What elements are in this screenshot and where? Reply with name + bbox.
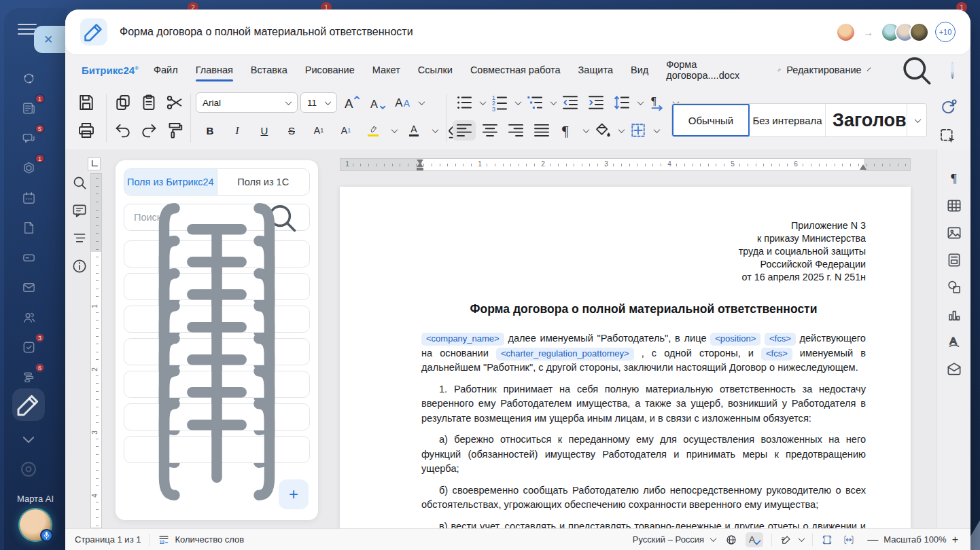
handwriting-button[interactable]: [780, 534, 804, 546]
strikethrough-button[interactable]: S: [281, 120, 302, 141]
user-avatar[interactable]: [951, 62, 954, 79]
menu-item-collaboration[interactable]: Совместная работа: [470, 65, 561, 75]
superscript-button[interactable]: A1: [309, 120, 329, 141]
merge-field-tag[interactable]: <position>: [710, 333, 760, 346]
paste-button[interactable]: [137, 92, 160, 113]
sidebar-item-network[interactable]: [17, 67, 40, 90]
format-painter-button[interactable]: [163, 120, 186, 141]
avatar[interactable]: [909, 22, 929, 42]
edit-mode-selector[interactable]: Редактирование: [777, 65, 869, 75]
shapes-icon[interactable]: [945, 278, 963, 296]
justify-button[interactable]: [530, 120, 553, 141]
mail-merge-icon[interactable]: [945, 360, 963, 378]
decrease-indent-button[interactable]: [559, 92, 582, 113]
chart-icon[interactable]: [945, 306, 963, 323]
search-document-icon[interactable]: [71, 174, 88, 191]
copy-button[interactable]: [111, 92, 135, 113]
header-footer-icon[interactable]: [945, 251, 963, 269]
hanging-indent-marker[interactable]: [417, 162, 423, 167]
marta-ai-avatar[interactable]: [20, 509, 51, 540]
highlight-color-button[interactable]: [363, 120, 383, 141]
undo-button[interactable]: [111, 120, 135, 141]
sidebar-item-tasks[interactable]: 3: [17, 335, 40, 359]
align-right-button[interactable]: [504, 120, 527, 141]
spell-check-button[interactable]: A: [746, 532, 763, 547]
image-icon[interactable]: [945, 224, 963, 242]
style-no-spacing[interactable]: Без интервала: [750, 104, 826, 136]
info-icon[interactable]: [71, 257, 88, 275]
collaborators-more-badge[interactable]: +10: [935, 22, 956, 42]
left-indent-marker[interactable]: [417, 168, 423, 170]
sidebar-item-settings[interactable]: [17, 458, 40, 481]
sidebar-item-crm[interactable]: 1: [17, 156, 40, 179]
menu-item-view[interactable]: Вид: [631, 65, 648, 75]
line-spacing-button[interactable]: [610, 92, 633, 113]
merge-field-tag[interactable]: <fcs>: [761, 348, 792, 361]
sidebar-item-messenger[interactable]: 5: [17, 126, 40, 149]
redo-button[interactable]: [137, 120, 160, 141]
merge-field-tag[interactable]: <fcs>: [765, 333, 796, 346]
sidebar-item-drive[interactable]: [17, 246, 40, 269]
increase-font-button[interactable]: A: [340, 92, 363, 113]
align-center-button[interactable]: [478, 120, 502, 141]
avatar[interactable]: [836, 22, 856, 42]
change-case-button[interactable]: AA: [391, 92, 415, 113]
bullet-list-button[interactable]: [453, 92, 476, 113]
globe-icon[interactable]: [725, 534, 737, 546]
select-tool-button[interactable]: [937, 126, 960, 147]
add-field-button[interactable]: +: [279, 479, 309, 509]
menu-item-insert[interactable]: Вставка: [251, 65, 287, 75]
font-color-button[interactable]: A: [404, 120, 424, 141]
sidebar-item-calendar[interactable]: [17, 186, 40, 209]
vertical-ruler[interactable]: 1234: [90, 173, 102, 528]
menu-item-links[interactable]: Ссылки: [418, 65, 453, 75]
sidebar-item-team[interactable]: [17, 306, 40, 329]
bold-button[interactable]: B: [200, 120, 220, 141]
save-button[interactable]: [75, 92, 98, 113]
field-item[interactable]: Номер лицевого счета: [124, 436, 310, 463]
menu-item-draw[interactable]: Рисование: [305, 65, 355, 75]
style-heading[interactable]: Заголовок: [826, 104, 907, 136]
italic-button[interactable]: I: [227, 120, 247, 141]
font-family-select[interactable]: Arial: [196, 92, 298, 113]
fit-page-button[interactable]: [821, 534, 833, 546]
navigation-icon[interactable]: [71, 230, 88, 247]
styles-expand-button[interactable]: [907, 104, 926, 136]
word-count[interactable]: 12 Количество слов: [158, 534, 244, 546]
print-button[interactable]: [75, 120, 98, 141]
decrease-font-button[interactable]: A: [366, 92, 389, 113]
increase-indent-button[interactable]: [584, 92, 608, 113]
replace-style-button[interactable]: [937, 96, 960, 117]
page-counter[interactable]: Страница 1 из 1: [75, 534, 141, 545]
insert-field-icon[interactable]: [133, 365, 301, 534]
shading-button[interactable]: [591, 120, 614, 141]
menu-item-protection[interactable]: Защита: [578, 65, 613, 75]
paragraph-marks-button[interactable]: ¶: [556, 120, 579, 141]
font-size-select[interactable]: 11: [300, 92, 337, 113]
horizontal-ruler[interactable]: 1123456: [340, 158, 911, 171]
borders-button[interactable]: [627, 120, 650, 141]
merge-field-tag[interactable]: <company_name>: [421, 333, 504, 346]
subscript-button[interactable]: A1: [336, 120, 356, 141]
bitrix24-logo[interactable]: Битрикс24®: [82, 65, 139, 76]
table-icon[interactable]: [945, 197, 963, 215]
document-page[interactable]: Приложение N 3к приказу Министерстватруд…: [340, 187, 911, 528]
sidebar-item-editor[interactable]: [12, 388, 45, 421]
paragraph-settings-icon[interactable]: ¶: [945, 170, 963, 187]
sidebar-item-feed[interactable]: 1: [17, 96, 40, 120]
sidebar-item-mail[interactable]: [17, 276, 40, 299]
ruler-corner-button[interactable]: [88, 158, 101, 170]
menu-item-layout[interactable]: Макет: [372, 65, 400, 75]
zoom-out-button[interactable]: —: [864, 534, 881, 546]
align-left-button[interactable]: [453, 120, 476, 141]
fit-width-button[interactable]: [843, 534, 855, 546]
menu-item-file[interactable]: Файл: [154, 65, 178, 75]
comments-icon[interactable]: [71, 202, 88, 219]
menu-item-home[interactable]: Главная: [196, 65, 233, 75]
merge-field-tag[interactable]: <charter_regulation_poattorney>: [496, 348, 634, 361]
search-icon[interactable]: [896, 50, 936, 90]
language-selector[interactable]: Русский – Россия: [633, 534, 716, 545]
paragraph-direction-button[interactable]: ¶: [646, 92, 669, 113]
underline-button[interactable]: U: [254, 120, 275, 141]
zoom-in-button[interactable]: +: [949, 534, 961, 546]
